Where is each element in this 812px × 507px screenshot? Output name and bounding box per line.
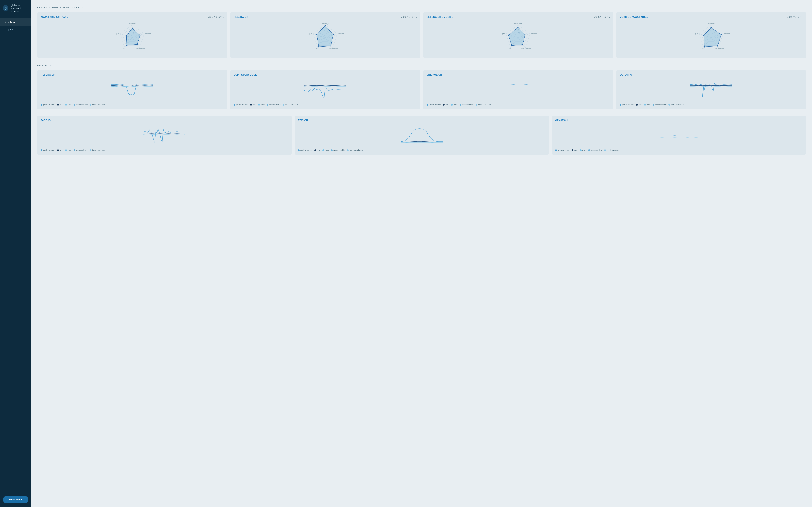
sidebar-nav: Dashboard Projects <box>0 17 31 492</box>
svg-text:100: 100 <box>518 24 520 25</box>
svg-point-50 <box>318 47 319 48</box>
sidebar-item-dashboard[interactable]: Dashboard <box>0 18 31 26</box>
svg-text:accessibility: accessibility <box>724 33 730 35</box>
legend-item-seo7: seo <box>571 149 577 151</box>
svg-point-72 <box>525 35 526 36</box>
legend-item-access3: accessibility <box>460 104 473 106</box>
legend-dot-seo4 <box>636 104 638 106</box>
report-title-4: MOBILE - WWW.FABS... <box>620 16 648 18</box>
project-title-pwc: PWC.CH <box>298 119 546 121</box>
legend-dot-performance7 <box>555 149 557 151</box>
report-card-3[interactable]: RESEDA.CH - MOBILE 30/05/20 02:15 <box>423 12 613 58</box>
legend-dot-accessibility5 <box>74 149 75 151</box>
svg-text:seo: seo <box>509 48 511 49</box>
project-title-geyst: GEYST.CH <box>555 119 803 121</box>
line-chart-geyst <box>555 124 803 147</box>
svg-text:accessibility: accessibility <box>531 33 537 35</box>
legend-item-seo3: seo <box>443 104 449 106</box>
svg-text:seo: seo <box>702 48 704 49</box>
legend-dop: performance seo pwa accessibility best-p… <box>234 104 417 106</box>
legend-geyst: performance seo pwa accessibility best-p… <box>555 149 803 151</box>
legend-item-pwa2: pwa <box>258 104 264 106</box>
svg-text:performance: performance <box>128 23 136 24</box>
svg-marker-94 <box>704 28 721 47</box>
legend-dot-performance2 <box>234 104 235 106</box>
legend-dot-accessibility4 <box>653 104 654 106</box>
report-card-1[interactable]: WWW.FABS.IO/PROJ... 30/05/20 02:15 <box>37 12 227 58</box>
legend-dot-pwa <box>65 104 67 106</box>
svg-text:100: 100 <box>712 24 713 25</box>
project-card-dop[interactable]: DOP - STORYBOOK performance seo <box>230 70 420 109</box>
svg-marker-21 <box>126 28 140 45</box>
svg-text:performance: performance <box>321 23 329 24</box>
report-card-2[interactable]: RESEDA.CH 30/05/20 02:15 <box>230 12 420 58</box>
logo-icon: ⬡ <box>3 5 8 11</box>
svg-point-97 <box>717 46 718 47</box>
svg-text:pwa: pwa <box>695 33 698 35</box>
svg-point-71 <box>518 27 519 28</box>
project-title-gotom: GOTOM.IO <box>620 73 803 76</box>
line-chart-reseda <box>41 78 224 101</box>
svg-point-73 <box>522 44 523 45</box>
legend-dot-pwa2 <box>258 104 260 106</box>
report-title-1: WWW.FABS.IO/PROJ... <box>41 16 68 18</box>
legend-dot-seo5 <box>57 149 59 151</box>
project-card-pwc[interactable]: PWC.CH performance seo <box>295 116 549 155</box>
svg-text:accessibility: accessibility <box>145 33 151 35</box>
legend-item-bp7: best-practices <box>604 149 620 151</box>
sidebar-item-projects[interactable]: Projects <box>0 26 31 33</box>
legend-item-bp5: best-practices <box>90 149 105 151</box>
svg-text:performance: performance <box>707 23 715 24</box>
project-card-gotom[interactable]: GOTOM.IO performance seo <box>616 70 806 109</box>
new-site-button[interactable]: NEW SITE <box>3 496 28 503</box>
legend-dot-best-practices6 <box>347 149 349 151</box>
legend-item-bp4: best-practices <box>668 104 684 106</box>
svg-text:80: 80 <box>712 26 713 28</box>
svg-text:pwa: pwa <box>502 33 505 35</box>
svg-point-96 <box>721 34 722 35</box>
report-title-3: RESEDA.CH - MOBILE <box>426 16 453 18</box>
legend-dot-performance3 <box>426 104 428 106</box>
legend-item-seo: seo <box>57 104 63 106</box>
project-card-fabs[interactable]: FABS.IO performance seo <box>37 116 292 155</box>
legend-dot-accessibility2 <box>267 104 268 106</box>
app-name-version: lighthouse-dashboard v5.10.32 <box>10 4 28 13</box>
legend-item-access2: accessibility <box>267 104 281 106</box>
legend-dot-pwa7 <box>580 149 581 151</box>
report-date-1: 30/05/20 02:15 <box>208 16 224 18</box>
legend-item-perf6: performance <box>298 149 312 151</box>
legend-item-bp6: best-practices <box>347 149 363 151</box>
svg-point-24 <box>137 44 138 45</box>
legend-dot-pwa6 <box>322 149 324 151</box>
svg-text:best-practices: best-practices <box>714 48 724 50</box>
legend-item-seo6: seo <box>314 149 320 151</box>
legend-dot-best-practices5 <box>90 149 91 151</box>
radar-chart-4: performance accessibility best-practices… <box>620 21 803 55</box>
legend-dot-best-practices2 <box>283 104 284 106</box>
project-title-dreipol: DREIPOL.CH <box>426 73 610 76</box>
svg-point-49 <box>330 46 331 47</box>
svg-text:seo: seo <box>316 48 318 49</box>
legend-dreipol: performance seo pwa accessibility best-p… <box>426 104 610 106</box>
legend-dot-best-practices <box>90 104 91 106</box>
report-card-4[interactable]: MOBILE - WWW.FABS... 30/05/20 02:14 <box>616 12 806 58</box>
project-card-reseda[interactable]: RESEDA.CH performance seo <box>37 70 227 109</box>
svg-point-51 <box>316 34 317 35</box>
projects-grid-row2: FABS.IO performance seo <box>37 116 806 155</box>
svg-marker-46 <box>317 25 333 47</box>
project-title-reseda: RESEDA.CH <box>41 73 224 76</box>
project-card-geyst[interactable]: GEYST.CH performance seo <box>552 116 806 155</box>
project-card-dreipol[interactable]: DREIPOL.CH performance seo <box>423 70 613 109</box>
legend-dot-seo6 <box>314 149 316 151</box>
svg-text:pwa: pwa <box>309 33 312 35</box>
svg-point-74 <box>511 45 512 46</box>
svg-text:100: 100 <box>133 24 135 25</box>
legend-item-access7: accessibility <box>588 149 602 151</box>
legend-item-perf: performance <box>41 104 55 106</box>
legend-dot-seo <box>57 104 59 106</box>
report-date-2: 30/05/20 02:15 <box>401 16 417 18</box>
svg-text:best-practices: best-practices <box>521 48 531 50</box>
legend-dot-seo3 <box>443 104 445 106</box>
legend-item-seo5: seo <box>57 149 63 151</box>
legend-item-pwa4: pwa <box>644 104 651 106</box>
